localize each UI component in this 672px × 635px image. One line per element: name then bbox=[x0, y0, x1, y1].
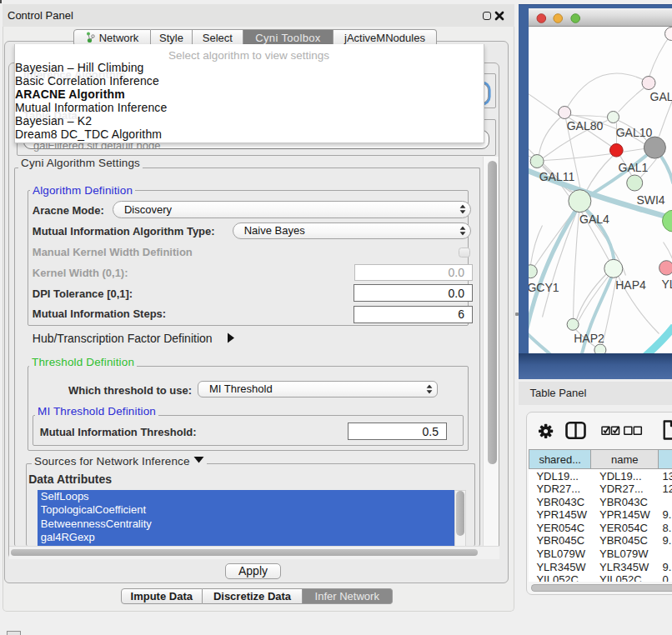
svg-text:GAL7: GAL7 bbox=[649, 89, 672, 102]
svg-text:SWI4: SWI4 bbox=[636, 192, 664, 206]
svg-text:GAL1: GAL1 bbox=[618, 160, 648, 173]
svg-text:GAL11: GAL11 bbox=[539, 170, 574, 183]
svg-text:HAP4: HAP4 bbox=[615, 278, 646, 291]
svg-text:GAL10: GAL10 bbox=[615, 125, 652, 138]
svg-text:HAP2: HAP2 bbox=[574, 331, 604, 344]
svg-text:GAL80: GAL80 bbox=[566, 118, 603, 132]
svg-text:GCY1: GCY1 bbox=[529, 280, 559, 293]
svg-text:GAL4: GAL4 bbox=[579, 212, 609, 226]
svg-text:YL: YL bbox=[661, 277, 672, 290]
